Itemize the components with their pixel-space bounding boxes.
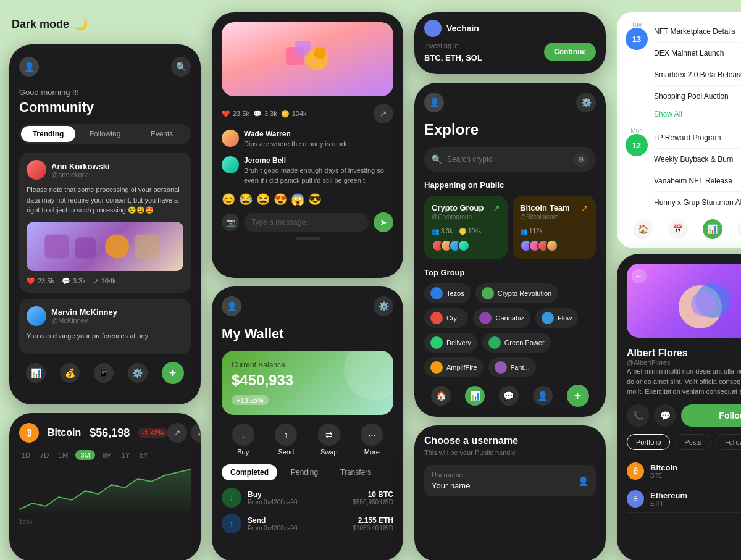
- explore-fab[interactable]: +: [567, 385, 589, 407]
- search-bar[interactable]: 🔍 ⚙: [424, 147, 596, 172]
- continue-button[interactable]: Continue: [544, 43, 596, 61]
- wallet-more-action[interactable]: ··· More: [361, 424, 383, 456]
- emoji-5[interactable]: 😱: [291, 193, 304, 206]
- fab-add-button[interactable]: +: [162, 362, 184, 384]
- tab-events[interactable]: Events: [135, 126, 189, 142]
- time-6m[interactable]: 6M: [100, 450, 114, 460]
- profile-tab-portfolio[interactable]: Portfolio: [627, 434, 670, 450]
- action-icon-1[interactable]: 📊: [26, 363, 46, 383]
- cal-event-lp[interactable]: LP Reward Program X: [654, 127, 741, 149]
- explore-settings-icon[interactable]: ⚙️: [576, 93, 596, 112]
- emoji-1[interactable]: 😊: [222, 193, 235, 206]
- tg-fant[interactable]: Fant...: [488, 357, 536, 377]
- wallet-buy-action[interactable]: ↓ Buy: [232, 424, 254, 456]
- tg-crypto-revolution[interactable]: Crypto Revolution: [475, 283, 558, 303]
- wallet-avatar: 👤: [222, 296, 241, 316]
- calendar-day-mon: Mon 12 LP Reward Program X Weekly Buybac…: [626, 127, 741, 213]
- tg-cannabiz[interactable]: Cannabiz: [473, 308, 530, 328]
- tg-cry[interactable]: Cry...: [424, 308, 468, 328]
- cal-nav-home[interactable]: 🏠: [633, 219, 653, 239]
- community-search-icon[interactable]: 🔍: [171, 57, 191, 77]
- profile-tab-followers[interactable]: Followers: [716, 434, 741, 450]
- share-icon-btn[interactable]: ↗: [374, 104, 393, 123]
- share-btn[interactable]: ↗: [374, 104, 393, 123]
- post2-name: Marvin McKinney: [51, 307, 117, 317]
- username-input-row[interactable]: Username Your name 👤: [424, 465, 596, 496]
- post1-comments: 💬 3.3k: [62, 277, 86, 285]
- cal-event-shopping[interactable]: Shopping Pool Auction ✓: [654, 86, 741, 107]
- send-button[interactable]: ➤: [374, 212, 393, 232]
- show-all-link[interactable]: Show All: [654, 107, 741, 121]
- bitcoin-team-card[interactable]: Bitcoin Team @Bitcointeam ↗ 👥 112k: [513, 196, 596, 259]
- cal-event-hunny[interactable]: Hunny x Grup Stuntman AMA ♡: [654, 192, 741, 213]
- time-7d[interactable]: 7D: [38, 450, 51, 460]
- bitcoin-change: -1.43%: [138, 428, 167, 438]
- tab-pending[interactable]: Pending: [282, 464, 327, 480]
- cal-nav-calendar[interactable]: 📅: [668, 219, 688, 239]
- top-group-section: Top Group Tezos Crypto Revolution Cry...: [424, 268, 596, 377]
- action-icon-3[interactable]: 📱: [94, 363, 114, 383]
- search-input[interactable]: [447, 155, 569, 164]
- btc-expand-icon[interactable]: ⤢: [191, 423, 201, 443]
- emoji-row: 😊 😂 😆 😍 😱 😎: [222, 193, 393, 206]
- explore-action-4[interactable]: 👤: [533, 386, 553, 406]
- chat-input-placeholder[interactable]: Type a message...: [244, 213, 369, 232]
- profile-message-btn[interactable]: 💬: [654, 404, 676, 427]
- wallet-swap-action[interactable]: ⇄ Swap: [318, 424, 340, 456]
- time-3m[interactable]: 3M: [75, 450, 94, 460]
- send-icon: ↑: [275, 424, 297, 446]
- vechain-investing-label: Investing in: [424, 42, 482, 49]
- emoji-3[interactable]: 😆: [256, 193, 270, 206]
- tg-flow[interactable]: Flow: [535, 308, 578, 328]
- profile-phone-btn[interactable]: 📞: [627, 404, 649, 427]
- tab-transfers[interactable]: Transfers: [332, 464, 380, 480]
- profile-back-icon[interactable]: ←: [632, 269, 647, 283]
- cal-event-vanaheim[interactable]: Vanaheim NFT Release ⚡: [654, 170, 741, 192]
- profile-tab-posts[interactable]: Posts: [675, 434, 711, 450]
- cal-event-dex[interactable]: DEX Mainnet Launch ○: [654, 43, 741, 64]
- cal-event-nft[interactable]: NFT Marketplace Details 5: [654, 21, 741, 43]
- chat-bubble-1: Wade Warren Dips are where the money is …: [244, 130, 349, 149]
- explore-action-2[interactable]: 📊: [465, 386, 485, 406]
- time-1m[interactable]: 1M: [56, 450, 70, 460]
- chat-message-2: Jerome Bell Bruh t good made enough days…: [222, 156, 393, 185]
- chat-text-2: Bruh t good made enough days of investin…: [244, 166, 393, 185]
- emoji-2[interactable]: 😂: [239, 193, 253, 206]
- crypto-group-card[interactable]: Crypto Group @Cryptogroup ↗ 👥 3.3k 🪙 104…: [424, 196, 508, 259]
- emoji-4[interactable]: 😍: [274, 193, 287, 206]
- cal-nav-chart[interactable]: 📊: [703, 219, 722, 239]
- smartdex-event-name: Smartdex 2.0 Beta Release: [654, 70, 741, 79]
- tab-following[interactable]: Following: [78, 126, 132, 142]
- tx-from-1: From 0x4200ca90: [248, 499, 346, 506]
- column-4: Tue 13 NFT Marketplace Details 5 DEX Mai…: [617, 12, 741, 560]
- wallet-send-action[interactable]: ↑ Send: [275, 424, 297, 456]
- time-1y[interactable]: 1Y: [119, 450, 132, 460]
- tg-green-power[interactable]: Green Power: [482, 333, 551, 353]
- explore-action-3[interactable]: 💬: [499, 386, 519, 406]
- filter-icon[interactable]: ⚙: [574, 152, 588, 167]
- post1-text: Please note that some processing of your…: [27, 185, 183, 215]
- tab-trending[interactable]: Trending: [21, 126, 75, 142]
- post2-handle: @McKinney: [51, 317, 117, 324]
- tg-delivery[interactable]: Delivery: [424, 333, 477, 353]
- action-icon-4[interactable]: ⚙️: [128, 363, 148, 383]
- cal-event-smartdex[interactable]: Smartdex 2.0 Beta Release ●: [654, 64, 741, 86]
- svg-rect-0: [44, 234, 69, 258]
- cal-event-buyback[interactable]: Weekly Buyback & Burn ○: [654, 149, 741, 170]
- wallet-settings-icon[interactable]: ⚙️: [374, 296, 393, 316]
- action-icon-2[interactable]: 💰: [60, 363, 80, 383]
- camera-icon[interactable]: 📷: [222, 214, 239, 231]
- time-1d[interactable]: 1D: [19, 450, 33, 460]
- explore-action-1[interactable]: 🏠: [431, 386, 451, 406]
- tg-tezos[interactable]: Tezos: [424, 283, 471, 303]
- tab-completed[interactable]: Completed: [222, 464, 277, 480]
- emoji-6[interactable]: 😎: [308, 193, 322, 206]
- amplifire-icon: [430, 361, 443, 374]
- time-5y[interactable]: 5Y: [137, 450, 150, 460]
- green-power-icon: [488, 336, 501, 349]
- btc-share-icon[interactable]: ↗: [167, 423, 187, 443]
- cal-nav-profile[interactable]: 👤: [737, 219, 741, 239]
- tg-amplifire[interactable]: AmplifFire: [424, 357, 484, 377]
- post2-avatar: [27, 306, 46, 326]
- follow-button[interactable]: Follow 👤: [681, 404, 741, 427]
